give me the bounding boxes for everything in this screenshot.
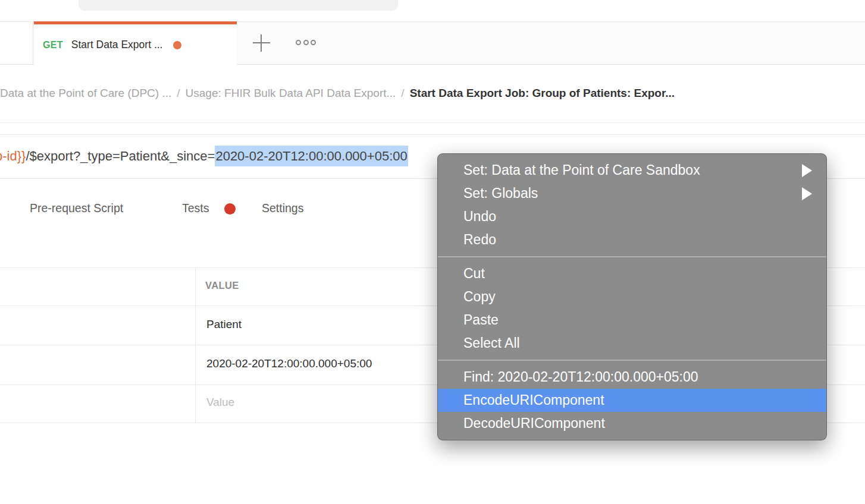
url-selected-text: 2020-02-20T12:00:00.000+05:00 [215,146,408,166]
menu-item-redo[interactable]: Redo [438,228,826,251]
request-tab-active[interactable]: GET Start Data Export ... [34,21,237,65]
menu-item-label: Undo [463,209,496,224]
url-text: p-id}}/$export?_type=Patient&_since=2020… [0,149,408,164]
breadcrumb-request-name[interactable]: Start Data Export Job: Group of Patients… [410,87,675,99]
param-value-cell[interactable]: Patient [206,318,242,331]
menu-item-undo[interactable]: Undo [438,205,826,228]
menu-item-set-globals[interactable]: Set: Globals [438,182,826,205]
menu-item-decode-uri-component[interactable]: DecodeURIComponent [438,412,826,435]
submenu-arrow-icon [802,164,812,177]
url-variable-fragment: p-id}} [0,149,26,163]
menu-item-copy[interactable]: Copy [438,285,826,308]
context-menu-section: Cut Copy Paste Select All [438,257,826,360]
menu-item-label: EncodeURIComponent [463,392,604,408]
tab-options-ellipsis-icon[interactable] [296,40,316,46]
add-tab-plus-icon[interactable] [253,34,270,52]
submenu-arrow-icon [802,187,812,200]
tab-pre-request-script[interactable]: Pre-request Script [30,201,123,215]
param-value-cell[interactable]: 2020-02-20T12:00:00.000+05:00 [206,357,372,370]
context-menu: Set: Data at the Point of Care Sandbox S… [437,153,827,440]
menu-item-label: Redo [463,232,496,247]
menu-item-select-all[interactable]: Select All [438,332,826,355]
breadcrumb-folder[interactable]: Usage: FHIR Bulk Data API Data Export... [186,87,396,99]
unsaved-changes-dot [173,41,181,49]
menu-item-label: Find: 2020-02-20T12:00:00.000+05:00 [463,369,698,385]
menu-item-label: Set: Globals [463,185,538,201]
breadcrumb-separator: / [396,87,409,99]
menu-item-label: Cut [463,266,485,281]
breadcrumb: Data at the Point of Care (DPC) .../Usag… [0,87,865,102]
menu-item-paste[interactable]: Paste [438,308,826,332]
menu-item-set-environment[interactable]: Set: Data at the Point of Care Sandbox [438,159,826,182]
menu-item-encode-uri-component[interactable]: EncodeURIComponent [438,389,826,412]
context-menu-section: Set: Data at the Point of Care Sandbox S… [438,154,826,256]
http-method-badge: GET [43,40,63,51]
tests-indicator-dot [224,203,236,215]
menu-item-cut[interactable]: Cut [438,262,826,285]
url-path-fragment: /$export?_type=Patient&_since= [26,149,215,163]
tab-settings[interactable]: Settings [262,201,303,215]
adjacent-tab-edge[interactable] [0,22,33,64]
tab-tests[interactable]: Tests [182,201,209,215]
menu-item-label: Paste [463,312,499,327]
breadcrumb-separator: / [171,87,185,99]
app-search-pill[interactable] [79,0,398,11]
menu-item-label: Set: Data at the Point of Care Sandbox [463,162,700,178]
menu-item-label: Select All [463,335,520,351]
menu-item-label: Copy [463,289,496,304]
menu-item-label: DecodeURIComponent [463,415,605,431]
context-menu-section: Find: 2020-02-20T12:00:00.000+05:00 Enco… [438,361,826,440]
menu-item-find-selection[interactable]: Find: 2020-02-20T12:00:00.000+05:00 [438,366,826,389]
section-divider [0,122,865,123]
tab-title: Start Data Export ... [71,39,163,51]
param-value-cell-empty[interactable]: Value [206,396,234,409]
value-column-header: VALUE [205,280,239,291]
table-column-divider [195,267,196,423]
breadcrumb-collection[interactable]: Data at the Point of Care (DPC) ... [0,87,171,99]
